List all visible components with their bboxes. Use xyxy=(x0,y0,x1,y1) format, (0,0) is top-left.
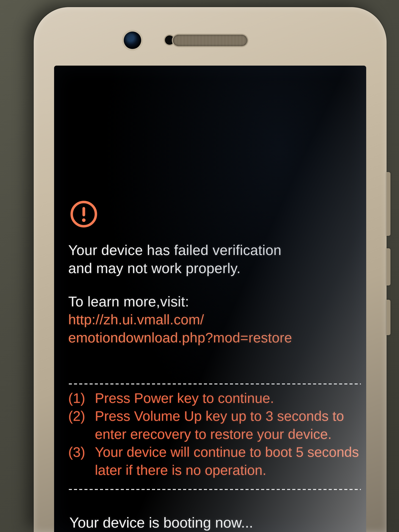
step-2-number: (2) xyxy=(68,407,95,443)
step-2-text: Press Volume Up key up to 3 seconds to e… xyxy=(95,407,361,443)
step-1-number: (1) xyxy=(68,389,95,407)
step-3: (3) Your device will continue to boot 5 … xyxy=(68,443,361,479)
earpiece-speaker xyxy=(173,35,247,46)
booting-status: Your device is booting now... xyxy=(69,514,361,531)
step-2: (2) Press Volume Up key up to 3 seconds … xyxy=(68,407,361,443)
screen: Your device has failed verification and … xyxy=(54,66,366,532)
headline-line1: Your device has failed verification xyxy=(68,241,361,259)
restore-url-line1: http://zh.ui.vmall.com/ xyxy=(68,311,361,329)
step-3-number: (3) xyxy=(68,443,95,479)
step-3-text: Your device will continue to boot 5 seco… xyxy=(95,443,361,479)
phone-body: Your device has failed verification and … xyxy=(34,7,386,532)
step-1: (1) Press Power key to continue. xyxy=(68,389,361,407)
power-button[interactable] xyxy=(386,300,391,335)
warning-icon xyxy=(70,200,98,228)
divider-bottom: ----------------------------------------… xyxy=(68,482,361,495)
restore-url-line2: emotiondownload.php?mod=restore xyxy=(68,329,361,347)
volume-up-button[interactable] xyxy=(386,172,391,236)
svg-rect-1 xyxy=(82,207,85,216)
step-1-text: Press Power key to continue. xyxy=(95,389,361,407)
volume-down-button[interactable] xyxy=(386,248,391,285)
front-camera xyxy=(124,32,141,49)
headline-line2: and may not work properly. xyxy=(68,259,361,277)
divider-top: ----------------------------------------… xyxy=(68,377,361,389)
svg-point-2 xyxy=(82,218,85,222)
learn-more-label: To learn more,visit: xyxy=(68,293,361,311)
bootloader-message: Your device has failed verification and … xyxy=(68,200,361,531)
